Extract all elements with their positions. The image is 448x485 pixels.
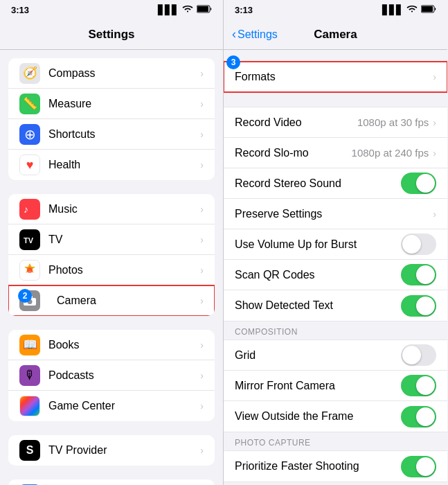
row-record-stereo[interactable]: Record Stereo Sound [224, 168, 447, 199]
right-panel-title: Camera [314, 28, 357, 42]
chevron-icon: › [200, 68, 204, 79]
show-text-label: Show Detected Text [235, 299, 401, 312]
gamecenter-label: Game Center [48, 400, 200, 412]
left-status-icons: ▋▋▋ [158, 5, 212, 15]
photo-capture-header: PHOTO CAPTURE [224, 432, 447, 450]
row-show-text[interactable]: Show Detected Text [224, 290, 447, 321]
svg-rect-1 [197, 6, 208, 12]
photo-capture-group: Prioritize Faster Shooting [224, 450, 447, 482]
podcasts-label: Podcasts [48, 369, 200, 382]
faster-shooting-description: Intelligently adapt image quality when r… [224, 482, 447, 485]
view-outside-toggle[interactable] [401, 406, 436, 427]
chevron-icon: › [200, 204, 204, 215]
volume-burst-toggle[interactable] [401, 233, 436, 255]
row-tv[interactable]: TV TV › [8, 224, 215, 255]
preserve-label: Preserve Settings [235, 208, 433, 220]
camera-label: Camera [57, 294, 200, 307]
left-time: 3:13 [11, 5, 29, 15]
left-panel-title: Settings [88, 28, 134, 42]
back-chevron-icon: ‹ [232, 27, 236, 42]
measure-label: Measure [48, 98, 200, 110]
wifi-icon [182, 5, 193, 15]
formats-label: Formats [235, 71, 433, 83]
mirror-toggle[interactable] [401, 375, 436, 396]
row-compass[interactable]: 🧭 Compass › [8, 58, 215, 89]
row-health[interactable]: ♥ Health › [8, 150, 215, 180]
wifi-icon [406, 5, 418, 15]
chevron-icon: › [200, 129, 204, 140]
grid-toggle[interactable] [401, 344, 436, 366]
row-mirror[interactable]: Mirror Front Camera [224, 371, 447, 401]
composition-group: Grid Mirror Front Camera View Outside th… [224, 340, 447, 432]
scan-qr-toggle[interactable] [401, 264, 436, 285]
row-scan-qr[interactable]: Scan QR Codes [224, 260, 447, 290]
right-time: 3:13 [235, 5, 253, 15]
record-slomo-value: 1080p at 240 fps [352, 147, 429, 159]
row-preserve[interactable]: Preserve Settings › [224, 199, 447, 229]
row-tvprovider[interactable]: S TV Provider › [8, 435, 215, 466]
settings-group-5: 🛍 Apple Store › B Bible › C Canva › [8, 479, 215, 485]
record-stereo-toggle[interactable] [401, 173, 436, 194]
health-label: Health [48, 159, 200, 171]
settings-group-3: 📖 Books › 🎙 Podcasts › Game Center › [8, 330, 215, 421]
back-button[interactable]: ‹ Settings [232, 27, 278, 42]
row-record-video[interactable]: Record Video 1080p at 30 fps › [224, 107, 447, 138]
settings-group-2: ♪ Music › TV TV › Photos [8, 194, 215, 316]
composition-section: COMPOSITION Grid Mirror Front Camera Vie… [224, 321, 447, 432]
row-books[interactable]: 📖 Books › [8, 330, 215, 360]
photos-label: Photos [48, 264, 200, 276]
show-text-toggle[interactable] [401, 295, 436, 317]
row-photos[interactable]: Photos › [8, 255, 215, 285]
svg-text:TV: TV [24, 236, 34, 245]
chevron-icon: › [433, 71, 436, 82]
row-gamecenter[interactable]: Game Center › [8, 391, 215, 421]
row-podcasts[interactable]: 🎙 Podcasts › [8, 360, 215, 391]
row-music[interactable]: ♪ Music › [8, 194, 215, 224]
record-slomo-label: Record Slo-mo [235, 147, 352, 159]
faster-shooting-toggle[interactable] [401, 456, 436, 477]
compass-label: Compass [48, 67, 200, 80]
svg-text:♪: ♪ [24, 204, 28, 215]
tvprovider-icon: S [19, 440, 40, 461]
books-label: Books [48, 339, 200, 351]
row-volume-burst[interactable]: Use Volume Up for Burst [224, 229, 447, 260]
row-measure[interactable]: 📏 Measure › [8, 89, 215, 119]
row-faster-shooting[interactable]: Prioritize Faster Shooting [224, 451, 447, 482]
row-grid[interactable]: Grid [224, 340, 447, 371]
faster-shooting-label: Prioritize Faster Shooting [235, 460, 401, 473]
shortcuts-label: Shortcuts [48, 128, 200, 141]
signal-icon: ▋▋▋ [158, 5, 179, 15]
grid-label: Grid [235, 349, 401, 362]
chevron-icon: › [200, 295, 204, 306]
tv-label: TV [48, 233, 200, 246]
mirror-label: Mirror Front Camera [235, 380, 401, 392]
row-record-slomo[interactable]: Record Slo-mo 1080p at 240 fps › [224, 138, 447, 168]
svg-rect-12 [422, 6, 433, 12]
battery-icon [421, 5, 436, 15]
formats-group: Formats › [224, 61, 447, 93]
chevron-icon: › [433, 209, 436, 220]
row-camera[interactable]: 2 Camera › [8, 285, 215, 316]
right-panel-inner: 3 Formats › Record Video 1080p at 30 fps… [224, 61, 447, 485]
row-view-outside[interactable]: View Outside the Frame [224, 401, 447, 432]
chevron-icon: › [433, 148, 436, 159]
chevron-icon: › [200, 445, 204, 456]
chevron-icon: › [433, 117, 436, 128]
formats-section: 3 Formats › [224, 61, 447, 93]
svg-point-5 [27, 267, 33, 273]
right-settings-scroll[interactable]: 3 Formats › Record Video 1080p at 30 fps… [224, 50, 447, 485]
volume-burst-label: Use Volume Up for Burst [235, 238, 401, 251]
row-appstore[interactable]: 🛍 Apple Store › [8, 479, 215, 485]
left-header: Settings [0, 19, 223, 50]
right-status-icons: ▋▋▋ [382, 5, 436, 15]
row-formats[interactable]: Formats › [224, 62, 447, 92]
view-outside-label: View Outside the Frame [235, 410, 401, 423]
scan-qr-label: Scan QR Codes [235, 269, 401, 281]
camera-settings-group: Record Video 1080p at 30 fps › Record Sl… [224, 107, 447, 321]
right-status-bar: 3:13 ▋▋▋ [224, 0, 447, 19]
settings-group-1: 🧭 Compass › 📏 Measure › ⊕ Shortcuts › ♥ … [8, 58, 215, 180]
photos-icon [19, 260, 40, 281]
left-settings-list[interactable]: 🧭 Compass › 📏 Measure › ⊕ Shortcuts › ♥ … [0, 50, 223, 485]
podcasts-icon: 🎙 [19, 365, 40, 386]
row-shortcuts[interactable]: ⊕ Shortcuts › [8, 119, 215, 150]
